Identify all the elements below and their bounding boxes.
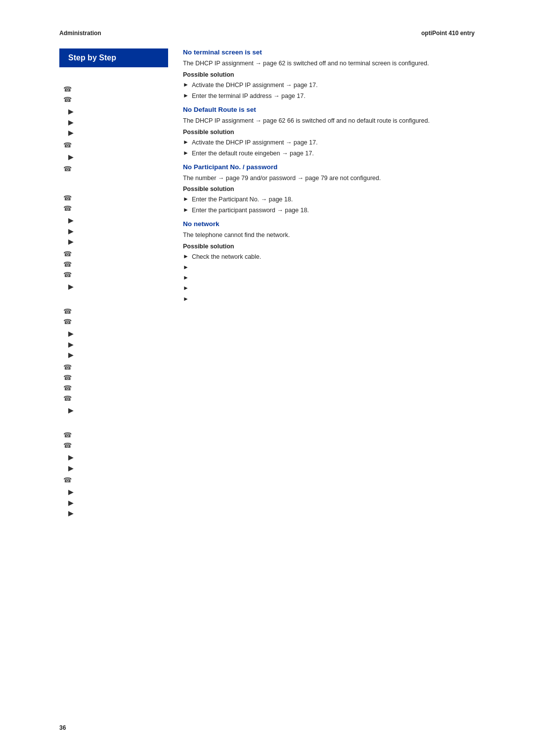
arrow-group-1: ▶ ▶ ▶ — [68, 107, 168, 138]
arrow-group-1b: ▶ — [68, 152, 168, 162]
phone-group-1b: ☎ — [63, 140, 168, 150]
bullet-2-2: ► Enter the default route eingeben → pag… — [183, 148, 475, 158]
content-area: Step by Step ☎ ☎ ▶ ▶ ▶ ☎ — [0, 48, 534, 520]
arrow-icon-2a: ▶ — [68, 216, 168, 226]
step-by-step-banner: Step by Step — [59, 48, 168, 67]
bullet-3-2: ► Enter the participant password → page … — [183, 205, 475, 215]
phone-group-4b: ☎ — [63, 475, 168, 485]
arrow-icon-3c: ▶ — [68, 350, 168, 360]
phone-icon-4a: ☎ — [63, 430, 168, 440]
bullet-arrow-2-2: ► — [183, 148, 189, 158]
possible-solution-2: Possible solution — [183, 129, 475, 136]
bullet-text-1-1: Activate the DHCP IP assignment → page 1… — [192, 80, 318, 90]
arrow-icon-2c: ▶ — [68, 237, 168, 247]
phone-icon-3b: ☎ — [63, 317, 168, 327]
phone-icon-2d: ☎ — [63, 259, 168, 270]
arrow-icon-4a: ▶ — [68, 453, 168, 463]
sidebar-section-4: ☎ ☎ ▶ ▶ ☎ ▶ ▶ ▶ — [59, 430, 168, 519]
phone-icon-3f: ☎ — [63, 393, 168, 404]
bullet-arrow-4-1: ► — [183, 252, 189, 261]
arrow-group-2b: ▶ — [68, 282, 168, 292]
arrow-group-2: ▶ ▶ ▶ — [68, 216, 168, 247]
bullet-text-4-1: Check the network cable. — [192, 252, 261, 262]
arrow-icon-2d: ▶ — [68, 282, 168, 292]
bullet-text-2-2: Enter the default route eingeben → page … — [192, 148, 314, 158]
phone-icon-3c: ☎ — [63, 362, 168, 373]
heading-no-terminal-screen: No terminal screen is set — [183, 48, 475, 56]
phone-group-4: ☎ ☎ — [63, 430, 168, 451]
sidebar-section-3: ☎ ☎ ▶ ▶ ▶ ☎ ☎ ☎ ☎ ▶ — [59, 306, 168, 415]
bullet-1-1: ► Activate the DHCP IP assignment → page… — [183, 80, 475, 90]
sidebar-section-2: ☎ ☎ ▶ ▶ ▶ ☎ ☎ ☎ ▶ — [59, 193, 168, 291]
bullet-1-2: ► Enter the terminal IP address → page 1… — [183, 91, 475, 101]
arrow-icon-4c: ▶ — [68, 487, 168, 497]
arrow-group-3b: ▶ — [68, 406, 168, 416]
possible-solution-3: Possible solution — [183, 186, 475, 192]
phone-icon-4c: ☎ — [63, 475, 168, 485]
bullet-text-3-2: Enter the participant password → page 18… — [192, 205, 309, 215]
phone-icon-2b: ☎ — [63, 203, 168, 214]
section-no-network: No network The telephone cannot find the… — [183, 220, 475, 304]
page-number: 36 — [59, 724, 66, 731]
arrow-icon-4e: ▶ — [68, 509, 168, 519]
section-no-terminal-screen: No terminal screen is set The DHCP IP as… — [183, 48, 475, 101]
bullet-arrow-4-2: ► — [183, 263, 189, 272]
phone-icon-3d: ☎ — [63, 373, 168, 383]
phone-icon-2a: ☎ — [63, 193, 168, 203]
phone-group-3: ☎ ☎ — [63, 306, 168, 327]
arrow-icon-1c: ▶ — [68, 128, 168, 138]
arrow-icon-3b: ▶ — [68, 340, 168, 350]
bullet-text-2-1: Activate the DHCP IP assignment → page 1… — [192, 138, 318, 147]
bullet-4-2: ► — [183, 263, 475, 272]
possible-solution-1: Possible solution — [183, 71, 475, 78]
arrow-icon-1a: ▶ — [68, 107, 168, 117]
heading-no-default-route: No Default Route is set — [183, 106, 475, 113]
bullet-4-4: ► — [183, 284, 475, 293]
possible-solution-4: Possible solution — [183, 243, 475, 250]
phone-icon-3e: ☎ — [63, 383, 168, 393]
bullet-arrow-2-1: ► — [183, 138, 189, 147]
page-header: Administration optiPoint 410 entry — [0, 30, 534, 37]
sidebar-section-1: ☎ ☎ ▶ ▶ ▶ ☎ ▶ ☎ — [59, 84, 168, 174]
arrow-group-4b: ▶ ▶ ▶ — [68, 487, 168, 519]
phone-group-2: ☎ ☎ — [63, 193, 168, 214]
bullet-text-3-1: Enter the Participant No. → page 18. — [192, 194, 293, 204]
section-no-default-route: No Default Route is set The DHCP IP assi… — [183, 106, 475, 158]
bullet-arrow-4-5: ► — [183, 294, 189, 304]
bullet-4-5: ► — [183, 294, 475, 304]
arrow-icon-4b: ▶ — [68, 464, 168, 473]
bullet-4-1: ► Check the network cable. — [183, 252, 475, 262]
arrow-icon-2b: ▶ — [68, 227, 168, 236]
heading-no-participant-no: No Participant No. / password — [183, 163, 475, 171]
page: Administration optiPoint 410 entry Step … — [0, 0, 534, 756]
desc-no-terminal-screen: The DHCP IP assignment → page 62 is swit… — [183, 59, 475, 68]
arrow-group-4: ▶ ▶ — [68, 453, 168, 473]
section-no-participant-no: No Participant No. / password The number… — [183, 163, 475, 216]
phone-icon-3a: ☎ — [63, 306, 168, 317]
desc-no-default-route: The DHCP IP assignment → page 62 66 is s… — [183, 116, 475, 126]
phone-icon-1b: ☎ — [63, 94, 168, 105]
heading-no-network: No network — [183, 220, 475, 228]
main-content: No terminal screen is set The DHCP IP as… — [168, 48, 475, 520]
header-left: Administration — [59, 30, 101, 37]
bullet-arrow-1-2: ► — [183, 91, 189, 100]
bullet-text-1-2: Enter the terminal IP address → page 17. — [192, 91, 306, 101]
phone-icon-4b: ☎ — [63, 440, 168, 451]
arrow-icon-1d: ▶ — [68, 152, 168, 162]
phone-icon-2e: ☎ — [63, 270, 168, 280]
desc-no-network: The telephone cannot find the network. — [183, 231, 475, 240]
arrow-icon-3d: ▶ — [68, 406, 168, 416]
bullet-3-1: ► Enter the Participant No. → page 18. — [183, 194, 475, 204]
phone-group-2b: ☎ ☎ ☎ — [63, 249, 168, 280]
arrow-icon-1b: ▶ — [68, 118, 168, 128]
phone-group-3b: ☎ ☎ ☎ ☎ — [63, 362, 168, 404]
left-sidebar: Step by Step ☎ ☎ ▶ ▶ ▶ ☎ — [59, 48, 168, 520]
bullet-arrow-1-1: ► — [183, 80, 189, 90]
bullet-arrow-4-3: ► — [183, 273, 189, 283]
phone-icon-2c: ☎ — [63, 249, 168, 259]
phone-group-1c: ☎ — [63, 164, 168, 174]
bullet-arrow-4-4: ► — [183, 284, 189, 293]
phone-group-1: ☎ ☎ — [63, 84, 168, 105]
arrow-icon-4d: ▶ — [68, 498, 168, 508]
phone-icon-1d: ☎ — [63, 164, 168, 174]
